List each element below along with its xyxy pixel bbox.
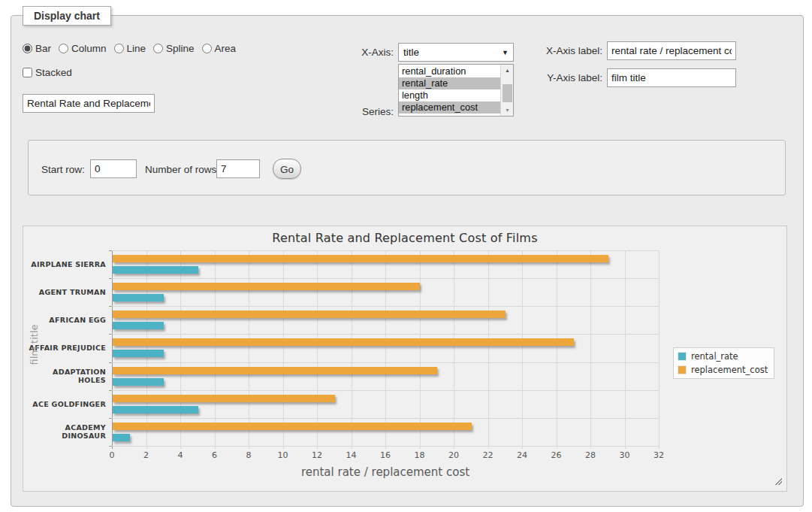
- gridline-vertical: [488, 250, 489, 449]
- chart-type-option-spline[interactable]: Spline: [153, 43, 195, 54]
- chart-type-radio-column[interactable]: [59, 44, 68, 53]
- series-option-length[interactable]: length: [399, 89, 500, 101]
- chart-title-input[interactable]: [23, 94, 155, 113]
- gridline-vertical: [557, 250, 557, 449]
- chart-type-option-line[interactable]: Line: [114, 43, 146, 54]
- x-tick-label: 12: [306, 450, 328, 460]
- x-tick-label: 22: [477, 450, 500, 460]
- gridline-vertical: [283, 250, 284, 449]
- gridline-vertical: [454, 250, 454, 449]
- chart-type-option-column[interactable]: Column: [59, 43, 107, 54]
- gridline-horizontal: [112, 418, 659, 419]
- scroll-down-icon[interactable]: ▼: [501, 105, 514, 116]
- x-tick-label: 30: [614, 450, 636, 460]
- category-label: ACE GOLDFINGER: [23, 390, 106, 418]
- gridline-vertical: [659, 250, 660, 449]
- x-tick-label: 16: [374, 450, 397, 460]
- bar-replacement_cost: [113, 367, 437, 374]
- bar-replacement_cost: [113, 283, 420, 290]
- series-option-rental_rate[interactable]: rental_rate: [399, 77, 500, 89]
- y-tick-mark: [109, 418, 112, 419]
- bar-rental_rate: [113, 378, 164, 386]
- chart-type-radio-area[interactable]: [202, 44, 212, 53]
- y-tick-mark: [109, 306, 112, 307]
- scrollbar-thumb[interactable]: [503, 84, 512, 102]
- gridline-vertical: [180, 250, 181, 449]
- resize-handle-icon[interactable]: [774, 477, 782, 485]
- x-tick-label: 28: [579, 450, 602, 460]
- chart-type-option-bar[interactable]: Bar: [23, 43, 51, 54]
- chart-type-radio-line[interactable]: [114, 44, 124, 53]
- chart-type-radio-spline[interactable]: [153, 44, 163, 53]
- gridline-horizontal: [112, 334, 659, 335]
- number-of-rows-input[interactable]: [216, 159, 260, 178]
- gridline-vertical: [420, 250, 421, 449]
- x-tick-label: 24: [511, 450, 533, 460]
- gridline-horizontal: [112, 390, 659, 391]
- gridline-vertical: [215, 250, 216, 449]
- series-option-rental_duration[interactable]: rental_duration: [399, 65, 500, 77]
- x-axis-label-field-label: X-Axis label:: [541, 45, 602, 56]
- gridline-vertical: [625, 250, 626, 449]
- bar-replacement_cost: [113, 255, 608, 262]
- gridline-vertical: [317, 250, 318, 449]
- gridline-horizontal: [112, 278, 659, 279]
- x-tick-label: 6: [204, 450, 226, 460]
- chart-type-option-area[interactable]: Area: [202, 43, 237, 54]
- chart-type-radio-group: BarColumnLineSplineArea: [23, 43, 236, 54]
- bar-replacement_cost: [113, 395, 335, 402]
- x-tick-label: 20: [442, 450, 465, 460]
- bar-rental_rate: [113, 434, 130, 441]
- plot-area: 02468101214161820222426283032AIRPLANE SI…: [112, 250, 659, 446]
- go-button[interactable]: Go: [273, 159, 301, 179]
- y-tick-mark: [109, 446, 112, 447]
- x-axis-select-value: title: [403, 47, 419, 58]
- x-axis-select[interactable]: title ▼: [398, 43, 514, 62]
- scroll-up-icon[interactable]: ▲: [501, 65, 514, 76]
- chevron-down-icon: ▼: [502, 49, 509, 56]
- bar-rental_rate: [113, 322, 164, 329]
- x-axis-select-label: X-Axis:: [350, 47, 394, 58]
- legend-item-replacement_cost[interactable]: replacement_cost: [678, 365, 768, 375]
- stacked-checkbox[interactable]: [23, 68, 32, 77]
- chart-type-label: Spline: [166, 43, 195, 54]
- chart-type-label: Area: [215, 43, 237, 54]
- series-options: rental_durationrental_ratelengthreplacem…: [399, 65, 500, 114]
- listbox-scrollbar[interactable]: ▲ ▼: [500, 65, 513, 116]
- bar-replacement_cost: [113, 338, 574, 346]
- x-tick-label: 0: [101, 450, 123, 460]
- gridline-horizontal: [112, 362, 659, 363]
- series-listbox[interactable]: rental_durationrental_ratelengthreplacem…: [398, 64, 514, 117]
- bar-rental_rate: [113, 266, 198, 274]
- start-row-label: Start row:: [41, 164, 85, 175]
- y-axis-label-field-label: Y-Axis label:: [541, 72, 602, 83]
- start-row-input[interactable]: [90, 159, 137, 178]
- x-tick-label: 8: [237, 450, 260, 460]
- legend-swatch-replacement_cost: [678, 365, 687, 374]
- y-tick-mark: [109, 362, 112, 363]
- legend-item-rental_rate[interactable]: rental_rate: [678, 351, 768, 362]
- gridline-vertical: [352, 250, 352, 449]
- y-tick-mark: [109, 250, 112, 251]
- x-tick-label: 10: [272, 450, 294, 460]
- bar-rental_rate: [113, 350, 164, 357]
- series-option-replacement_cost[interactable]: replacement_cost: [399, 101, 500, 114]
- chart-type-label: Bar: [35, 43, 51, 54]
- x-tick-label: 32: [647, 450, 670, 460]
- gridline-vertical: [590, 250, 591, 449]
- y-axis-label-input[interactable]: [607, 68, 736, 87]
- chart-type-radio-bar[interactable]: [23, 44, 32, 53]
- gridline-vertical: [522, 250, 523, 449]
- bar-replacement_cost: [113, 311, 506, 318]
- y-tick-mark: [109, 390, 112, 391]
- chart-legend: rental_ratereplacement_cost: [673, 347, 774, 379]
- fieldset-legend: Display chart: [23, 6, 111, 26]
- gridline-vertical: [385, 250, 386, 449]
- x-axis-label-input[interactable]: [607, 41, 736, 60]
- number-of-rows-label: Number of rows:: [145, 164, 219, 175]
- x-tick-label: 18: [409, 450, 431, 460]
- x-tick-label: 4: [169, 450, 192, 460]
- stacked-checkbox-row[interactable]: Stacked: [23, 67, 72, 78]
- y-axis-title: film title: [29, 300, 40, 390]
- chart-type-label: Line: [127, 43, 146, 54]
